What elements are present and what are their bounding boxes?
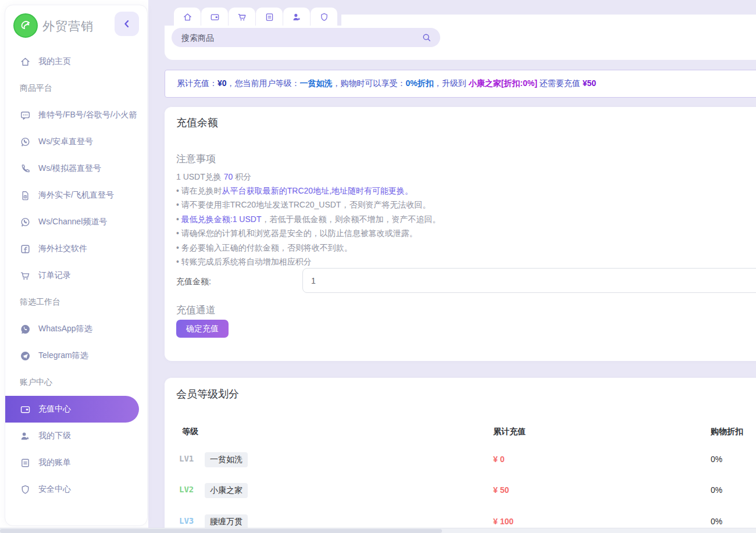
quick-tab-cart[interactable] <box>229 8 255 26</box>
table-row: LV2 小康之家 ¥ 50 0% <box>165 483 756 498</box>
sidebar-item-label: 安全中心 <box>38 484 71 495</box>
app-title: 外贸营销 <box>42 18 94 34</box>
sidebar-item-telegram-filter[interactable]: Telegram筛选 <box>5 342 147 369</box>
sidebar-item-label: 充值中心 <box>38 404 71 414</box>
sidebar-item-order-history[interactable]: 订单记录 <box>5 262 147 289</box>
sidebar-item-label: Ws/模拟器直登号 <box>38 163 101 174</box>
notice-bar: 累计充值：¥0，您当前用户等级：一贫如洗，购物时可以享受：0%折扣，升级到 小康… <box>165 70 756 98</box>
level-badge: LV3 <box>179 516 194 525</box>
whatsapp-icon <box>20 137 31 148</box>
chevron-left-icon <box>120 17 133 30</box>
sidebar-collapse-button[interactable] <box>115 12 139 36</box>
notice-need-amount: ¥50 <box>583 78 596 88</box>
notice-next-level: 小康之家[折扣:0%] <box>469 78 537 88</box>
notice-discount: 0%折扣 <box>406 78 434 88</box>
level-badge: LV1 <box>179 454 194 463</box>
note-item: 务必要输入正确的付款金额，否则将收不到款。 <box>176 241 440 255</box>
shield-icon <box>319 12 329 22</box>
search-input[interactable] <box>181 33 421 42</box>
notes-list: 请在兑换时从平台获取最新的TRC20地址,地址随时有可能更换。 请不要使用非TR… <box>176 184 440 269</box>
level-name: 一贫如洗 <box>205 452 248 467</box>
shield-icon <box>20 484 31 495</box>
sidebar-section-label: 账户中心 <box>20 377 52 388</box>
app-logo <box>13 13 38 38</box>
quick-tab-home[interactable] <box>174 8 201 26</box>
quick-tab-bill[interactable] <box>256 8 283 26</box>
dragon-logo-icon <box>17 17 34 34</box>
home-icon <box>20 56 31 67</box>
sidebar-section-label: 筛选工作台 <box>20 297 60 307</box>
sidebar-item-ws-channel[interactable]: Ws/Channel频道号 <box>5 209 147 235</box>
wallet-icon <box>210 12 220 22</box>
sidebar-item-label: 推特号/FB号/谷歌号/小火箭 <box>38 110 137 120</box>
sidebar-item-label: 海外实卡/飞机直登号 <box>38 190 114 201</box>
levels-title: 会员等级划分 <box>176 387 239 401</box>
amount-input[interactable] <box>302 268 756 293</box>
search-icon[interactable] <box>421 32 432 43</box>
horizontal-scrollbar-thumb[interactable] <box>0 529 442 533</box>
recharge-title: 充值余额 <box>176 116 218 130</box>
sidebar-item-ws-emulator[interactable]: Ws/模拟器直登号 <box>5 155 147 182</box>
sidebar: 外贸营销 我的主页 商品平台 推特号/FB号/谷歌号/小火箭 Ws/安卓直登号 … <box>5 5 148 526</box>
user-star-icon <box>20 431 31 442</box>
cart-icon <box>237 12 247 22</box>
sidebar-section-filter-workbench: 筛选工作台 <box>5 289 147 316</box>
sidebar-item-recharge-center[interactable]: 充值中心 <box>5 396 139 423</box>
phone-icon <box>20 163 31 174</box>
whatsapp-icon <box>20 217 31 228</box>
note-item: 请在兑换时从平台获取最新的TRC20地址,地址随时有可能更换。 <box>176 184 440 198</box>
amount-label: 充值金额: <box>176 277 211 287</box>
sidebar-item-my-subordinates[interactable]: 我的下级 <box>5 423 147 449</box>
sidebar-item-label: 订单记录 <box>38 270 71 281</box>
level-total: ¥ 50 <box>493 485 509 495</box>
horizontal-scrollbar[interactable] <box>0 528 756 533</box>
exchange-rate-line: 1 USDT兑换 70 积分 <box>176 172 251 183</box>
note-item: 请确保您的计算机和浏览器是安全的，以防止信息被篡改或泄露。 <box>176 226 440 240</box>
telegram-filled-icon <box>20 350 31 362</box>
sidebar-item-label: Ws/安卓直登号 <box>38 137 93 147</box>
bill-icon <box>20 457 31 468</box>
confirm-recharge-button[interactable]: 确定充值 <box>176 320 229 338</box>
quick-tab-security[interactable] <box>311 8 337 26</box>
sidebar-item-security-center[interactable]: 安全中心 <box>5 476 147 503</box>
column-shopping-discount: 购物折扣 <box>711 427 743 437</box>
sidebar-item-label: WhatsApp筛选 <box>38 324 92 334</box>
sim-card-icon <box>20 190 31 201</box>
home-icon <box>183 12 192 22</box>
sidebar-item-label: 我的下级 <box>38 431 71 441</box>
sidebar-item-overseas-sim[interactable]: 海外实卡/飞机直登号 <box>5 182 147 209</box>
sidebar-section-products: 商品平台 <box>5 75 147 102</box>
sidebar-item-ws-android[interactable]: Ws/安卓直登号 <box>5 128 147 155</box>
sidebar-item-whatsapp-filter[interactable]: WhatsApp筛选 <box>5 316 147 342</box>
channel-title: 充值通道 <box>176 303 216 317</box>
cart-icon <box>20 270 31 281</box>
sidebar-item-twitter-fb-google[interactable]: 推特号/FB号/谷歌号/小火箭 <box>5 102 147 128</box>
facebook-icon <box>20 244 31 255</box>
level-discount: 0% <box>711 517 722 526</box>
table-row: LV1 一贫如洗 ¥ 0 0% <box>165 452 756 467</box>
level-discount: 0% <box>711 455 722 464</box>
sidebar-item-overseas-social[interactable]: 海外社交软件 <box>5 235 147 262</box>
bill-icon <box>265 12 274 22</box>
member-levels-card: 会员等级划分 等级 累计充值 购物折扣 LV1 一贫如洗 ¥ 0 0% LV2 … <box>165 378 756 533</box>
quick-tab-subordinates[interactable] <box>283 8 310 26</box>
sidebar-item-label: Telegram筛选 <box>38 350 88 361</box>
note-item: 最低兑换金额:1 USDT，若低于最低金额，则余额不增加，资产不追回。 <box>176 212 440 226</box>
sidebar-section-account-center: 账户中心 <box>5 369 147 396</box>
notice-amount: ¥0 <box>217 78 227 88</box>
sidebar-item-label: 海外社交软件 <box>38 244 87 254</box>
sidebar-item-label: 我的主页 <box>38 56 71 67</box>
level-badge: LV2 <box>179 485 194 494</box>
whatsapp-filled-icon <box>20 324 31 335</box>
sidebar-section-label: 商品平台 <box>20 83 52 94</box>
search-bar <box>172 28 440 47</box>
sidebar-item-my-home[interactable]: 我的主页 <box>5 48 147 75</box>
level-total: ¥ 100 <box>493 517 513 526</box>
notice-level: 一贫如洗 <box>300 78 333 88</box>
column-level: 等级 <box>182 427 198 437</box>
sidebar-item-my-bills[interactable]: 我的账单 <box>5 449 147 476</box>
level-discount: 0% <box>711 485 722 495</box>
sidebar-menu: 我的主页 商品平台 推特号/FB号/谷歌号/小火箭 Ws/安卓直登号 Ws/模拟… <box>5 47 147 503</box>
notice-text: 累计充值：¥0，您当前用户等级：一贫如洗，购物时可以享受：0%折扣，升级到 小康… <box>177 78 596 89</box>
quick-tab-wallet[interactable] <box>201 8 228 26</box>
